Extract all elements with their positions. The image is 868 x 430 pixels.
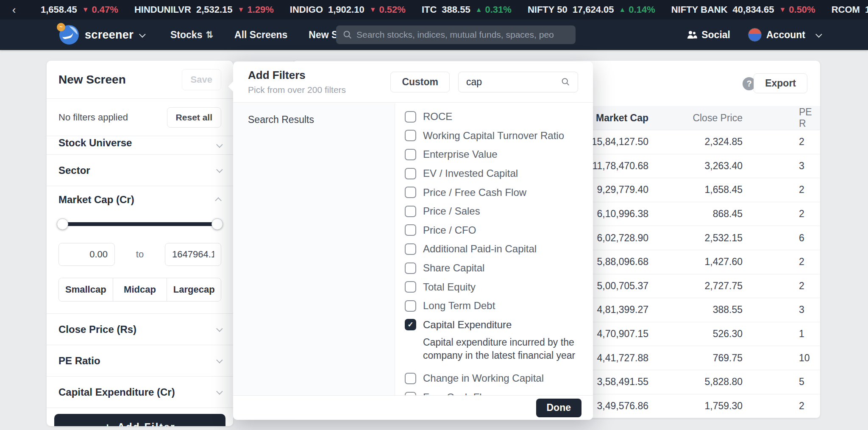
filter-section-header[interactable]: PE Ratio — [47, 345, 233, 377]
filter-option[interactable]: Additional Paid-in Capital — [405, 240, 593, 259]
search-results-column: Search Results — [233, 103, 395, 395]
ticker-price: 1,902.10 — [328, 4, 364, 15]
checkbox[interactable] — [405, 319, 416, 330]
filter-option[interactable]: Working Capital Turnover Ratio — [405, 126, 593, 145]
ticker-item[interactable]: ITC 388.55 ▲0.31% — [422, 4, 512, 15]
social-link[interactable]: Social — [687, 29, 730, 41]
modal-body: Search Results ROCE Working Capital Turn… — [233, 103, 593, 395]
filter-option-label: Working Capital Turnover Ratio — [423, 130, 564, 142]
checkbox[interactable] — [405, 392, 416, 395]
ticker-item[interactable]: NIFTY BANK 40,834.65 ▼0.50% — [671, 4, 815, 15]
change-arrow-icon: ▲ — [476, 6, 482, 14]
filter-option-label: EV / Invested Capital — [423, 168, 518, 179]
filter-option-description: Capital expenditure incurred by the comp… — [423, 336, 588, 362]
global-search-input[interactable] — [356, 30, 569, 40]
slider-handle-min[interactable] — [57, 218, 68, 230]
screener-logo-icon[interactable]: ~ — [59, 25, 79, 45]
filter-option[interactable]: Total Equity — [405, 277, 593, 296]
search-icon — [561, 77, 570, 87]
cell-close-price: 5,828.80 — [648, 376, 743, 388]
cap-preset-button[interactable]: Midcap — [113, 278, 167, 301]
sort-vertical-icon: ⇅ — [206, 30, 213, 40]
checkbox[interactable] — [405, 168, 416, 179]
filter-section-market-cap[interactable]: Market Cap (Cr) — [47, 186, 233, 213]
filter-option[interactable]: Free Cash Flow — [405, 388, 593, 395]
column-header-pe-ratio[interactable]: PE R — [743, 106, 820, 129]
filter-option[interactable]: Share Capital — [405, 259, 593, 278]
max-value-input[interactable] — [165, 243, 221, 266]
account-label: Account — [766, 29, 805, 41]
checkbox[interactable] — [405, 130, 416, 141]
slider-track[interactable] — [59, 222, 220, 226]
ticker-item[interactable]: NIFTY 50 17,624.05 ▲0.14% — [528, 4, 655, 15]
save-button[interactable]: Save — [182, 69, 221, 90]
filter-option[interactable]: ROCE — [405, 107, 593, 126]
global-search[interactable] — [336, 25, 576, 44]
modal-titles: Add Filters Pick from over 200 filters — [248, 69, 346, 95]
filter-section-header[interactable]: Sector — [47, 155, 233, 186]
cell-pe-ratio: 2 — [743, 400, 820, 412]
filter-option[interactable]: Price / Sales — [405, 202, 593, 221]
checkbox[interactable] — [405, 187, 416, 198]
checkbox[interactable] — [405, 206, 416, 217]
filter-section-header[interactable]: Capital Expenditure (Cr) — [47, 377, 233, 408]
ticker-change: ▼0.47% — [82, 4, 118, 15]
brand-name[interactable]: screener — [85, 28, 134, 42]
nav-right: Social Account — [687, 20, 821, 50]
change-percent: 0.52% — [379, 4, 406, 15]
done-button[interactable]: Done — [536, 399, 582, 417]
social-label: Social — [701, 29, 730, 41]
ticker-price: 1,658.45 — [41, 4, 77, 15]
filter-option[interactable]: EV / Invested Capital — [405, 164, 593, 183]
checkbox[interactable] — [405, 373, 416, 384]
checkbox[interactable] — [405, 149, 416, 160]
cell-close-price: 388.55 — [648, 304, 743, 316]
checkbox[interactable] — [405, 300, 416, 312]
slider-handle-max[interactable] — [211, 218, 223, 230]
custom-filter-button[interactable]: Custom — [390, 72, 450, 92]
filter-option[interactable]: Long Term Debt — [405, 296, 593, 316]
filter-section-header[interactable]: Stock Universe — [47, 136, 233, 155]
filter-option[interactable]: Change in Working Capital — [405, 369, 593, 388]
nav-link[interactable]: Stocks ⇅ — [170, 29, 213, 41]
ticker-price: 2,532.15 — [196, 4, 233, 15]
change-percent: 0.31% — [485, 4, 511, 15]
change-arrow-icon: ▼ — [238, 6, 245, 14]
filter-option-label: Change in Working Capital — [423, 372, 544, 384]
ticker-item[interactable]: 1,658.45 ▼0.47% — [36, 4, 118, 15]
cell-close-price: 2,324.85 — [648, 136, 743, 148]
ticker-item[interactable]: RCOM 1.45 ▲3.57% — [832, 4, 868, 15]
filter-option[interactable]: Price / Free Cash Flow — [405, 183, 593, 202]
ticker-symbol: INDIGO — [290, 4, 323, 15]
ticker-item[interactable]: HINDUNILVR 2,532.15 ▼1.29% — [134, 4, 274, 15]
filter-search-input[interactable] — [466, 76, 557, 88]
nav-link[interactable]: All Screens — [234, 29, 287, 41]
checkbox[interactable] — [405, 224, 416, 236]
brand-chevron-down-icon[interactable] — [139, 31, 146, 38]
ticker-change: ▲0.31% — [476, 4, 512, 15]
cap-preset-button[interactable]: Smallcap — [59, 278, 113, 301]
account-menu[interactable]: Account — [748, 28, 821, 42]
filter-option[interactable]: Price / CFO — [405, 221, 593, 240]
export-button[interactable]: Export — [754, 73, 807, 93]
checkbox[interactable] — [405, 111, 416, 123]
reset-all-button[interactable]: Reset all — [167, 107, 221, 128]
ticker-item[interactable]: INDIGO 1,902.10 ▼0.52% — [290, 4, 406, 15]
filter-option[interactable]: Enterprise Value — [405, 145, 593, 164]
ticker-prev-icon[interactable]: ‹ — [8, 3, 19, 17]
change-percent: 0.47% — [92, 4, 118, 15]
avatar — [748, 28, 762, 42]
checkbox[interactable] — [405, 281, 416, 293]
add-filter-button[interactable]: + Add Filter — [54, 414, 225, 426]
filter-section-header[interactable]: Close Price (Rs) — [47, 314, 233, 345]
filter-search[interactable] — [458, 72, 578, 92]
min-value-input[interactable] — [58, 243, 115, 266]
account-chevron-down-icon — [815, 31, 822, 38]
cap-preset-button[interactable]: Largecap — [167, 278, 221, 301]
ticker-price: 17,624.05 — [573, 4, 614, 15]
checkbox[interactable] — [405, 243, 416, 255]
column-header-close-price[interactable]: Close Price — [648, 112, 743, 124]
checkbox[interactable] — [405, 262, 416, 274]
ticker-price: 40,834.65 — [733, 4, 774, 15]
filter-option[interactable]: Capital Expenditure — [405, 316, 593, 335]
